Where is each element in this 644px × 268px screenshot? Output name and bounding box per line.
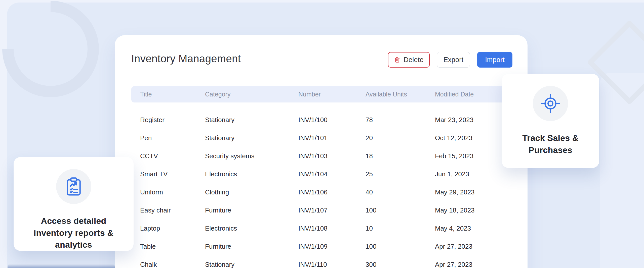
cell-available-units: 18 xyxy=(366,147,373,165)
cell-available-units: 78 xyxy=(366,111,373,129)
cell-number: INV/1/109 xyxy=(298,237,328,255)
table-row[interactable]: Laptop Electronics INV/1/108 10 May 4, 2… xyxy=(131,219,511,237)
export-button-label: Export xyxy=(444,56,463,64)
cell-title: Table xyxy=(140,237,156,255)
table-row[interactable]: Uniform Clothing INV/1/106 40 May 29, 20… xyxy=(131,183,511,201)
table-row[interactable]: CCTV Security systems INV/1/103 18 Feb 1… xyxy=(131,147,511,165)
table-row[interactable]: Easy chair Furniture INV/1/107 100 May 1… xyxy=(131,201,511,219)
reports-analytics-card[interactable]: Access detailed inventory reports & anal… xyxy=(14,157,134,251)
cell-number: INV/1/104 xyxy=(298,165,328,183)
cell-number: INV/1/110 xyxy=(298,255,327,268)
cell-number: INV/1/100 xyxy=(298,111,328,129)
cell-category: Furniture xyxy=(205,237,231,255)
cell-number: INV/1/107 xyxy=(298,201,328,219)
clipboard-analytics-icon xyxy=(65,177,83,196)
cell-category: Security systems xyxy=(205,147,255,165)
delete-button-label: Delete xyxy=(404,56,423,64)
crosshair-target-icon xyxy=(540,93,561,114)
table-body: Register Stationary INV/1/100 78 Mar 23,… xyxy=(131,111,511,268)
cell-title: Register xyxy=(140,111,165,129)
cell-available-units: 100 xyxy=(366,201,376,219)
icon-circle xyxy=(533,86,568,121)
table-row[interactable]: Table Furniture INV/1/109 100 Apr 27, 20… xyxy=(131,237,511,255)
cell-modified-date: Apr 27, 2023 xyxy=(435,237,472,255)
cell-modified-date: Mar 23, 2023 xyxy=(435,111,473,129)
column-header-modified-date: Modified Date xyxy=(435,86,474,102)
cell-category: Electronics xyxy=(205,219,237,237)
cell-title: Smart TV xyxy=(140,165,168,183)
import-button[interactable]: Import xyxy=(477,52,512,68)
cell-category: Stationary xyxy=(205,255,234,268)
cell-title: Pen xyxy=(140,129,152,147)
cell-available-units: 10 xyxy=(366,219,373,237)
cell-modified-date: Feb 15, 2023 xyxy=(435,147,473,165)
page-title: Inventory Management xyxy=(131,53,241,65)
decorative-bottom-bar xyxy=(8,264,115,268)
cell-modified-date: Jun 1, 2023 xyxy=(435,165,469,183)
cell-available-units: 20 xyxy=(366,129,373,147)
import-button-label: Import xyxy=(485,56,505,64)
reports-card-label: Access detailed inventory reports & anal… xyxy=(18,215,129,251)
cell-title: Laptop xyxy=(140,219,160,237)
cell-category: Electronics xyxy=(205,165,237,183)
column-header-title: Title xyxy=(140,86,152,102)
table-row[interactable]: Register Stationary INV/1/100 78 Mar 23,… xyxy=(131,111,511,129)
cell-modified-date: May 29, 2023 xyxy=(435,183,475,201)
background-panel-light xyxy=(600,73,644,268)
cell-number: INV/1/101 xyxy=(298,129,328,147)
cell-title: Chalk xyxy=(140,255,157,268)
cell-modified-date: May 18, 2023 xyxy=(435,201,475,219)
cell-available-units: 40 xyxy=(366,183,373,201)
cell-modified-date: Oct 12, 2023 xyxy=(435,129,472,147)
inventory-table: Title Category Number Available Units Mo… xyxy=(131,86,511,268)
cell-number: INV/1/108 xyxy=(298,219,328,237)
cell-title: CCTV xyxy=(140,147,158,165)
cell-modified-date: May 4, 2023 xyxy=(435,219,471,237)
column-header-number: Number xyxy=(298,86,321,102)
table-row[interactable]: Pen Stationary INV/1/101 20 Oct 12, 2023 xyxy=(131,129,511,147)
column-header-available-units: Available Units xyxy=(366,86,407,102)
cell-category: Furniture xyxy=(205,201,231,219)
trash-icon xyxy=(394,56,400,63)
icon-circle xyxy=(56,169,91,204)
cell-available-units: 100 xyxy=(366,237,376,255)
cell-modified-date: Apr 27, 2023 xyxy=(435,255,472,268)
column-header-category: Category xyxy=(205,86,230,102)
track-sales-card[interactable]: Track Sales & Purchases xyxy=(502,74,599,168)
cell-category: Stationary xyxy=(205,111,234,129)
cell-number: INV/1/103 xyxy=(298,147,328,165)
cell-category: Clothing xyxy=(205,183,229,201)
cell-number: INV/1/106 xyxy=(298,183,328,201)
cell-available-units: 25 xyxy=(366,165,373,183)
cell-title: Easy chair xyxy=(140,201,171,219)
cell-category: Stationary xyxy=(205,129,234,147)
delete-button[interactable]: Delete xyxy=(388,52,430,68)
cell-title: Uniform xyxy=(140,183,163,201)
track-card-label: Track Sales & Purchases xyxy=(509,132,592,156)
toolbar: Delete Export Import xyxy=(388,52,512,68)
export-button[interactable]: Export xyxy=(437,52,470,68)
table-row[interactable]: Chalk Stationary INV/1/110 300 Apr 27, 2… xyxy=(131,255,511,268)
inventory-panel: Inventory Management Delete Export Impor… xyxy=(115,35,528,268)
table-header: Title Category Number Available Units Mo… xyxy=(131,86,511,102)
table-row[interactable]: Smart TV Electronics INV/1/104 25 Jun 1,… xyxy=(131,165,511,183)
cell-available-units: 300 xyxy=(366,255,376,268)
